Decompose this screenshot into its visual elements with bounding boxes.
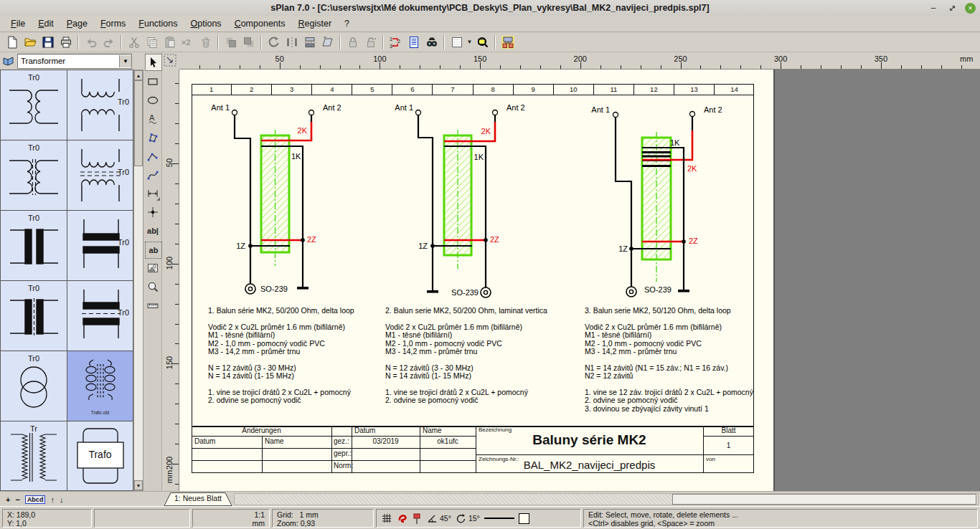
component-item-air-core-vertical[interactable]: Tr0 — [1, 70, 67, 140]
menu-help[interactable]: ? — [338, 17, 356, 30]
copy-button[interactable] — [143, 34, 161, 51]
horizontal-scrollbar[interactable] — [234, 493, 979, 505]
library-scrollbar[interactable]: ▲ ▼ — [133, 70, 143, 491]
search-button[interactable] — [423, 34, 440, 51]
save-button[interactable] — [39, 34, 57, 51]
sheet-tab-label: 1: Neues Blatt — [164, 494, 232, 502]
component-category-select[interactable]: Transformer ▼ — [17, 54, 132, 69]
node-point-tool[interactable] — [145, 204, 161, 220]
measure-tool[interactable] — [145, 297, 161, 313]
grid-button[interactable] — [448, 34, 466, 51]
rotate-icon — [268, 36, 281, 49]
polyline-tool[interactable] — [145, 148, 161, 164]
minimize-button[interactable]: – — [928, 2, 939, 14]
freehand-style-icon[interactable] — [397, 513, 408, 524]
special-text-tool[interactable]: A — [145, 111, 161, 127]
component-item-bars-vertical[interactable]: Tr0 — [1, 211, 67, 280]
balun2-description[interactable]: 2. Balun serie MK2, 50/200 Ohm, laminat … — [385, 307, 555, 414]
label-toggle-button[interactable]: Abcd — [25, 495, 46, 504]
close-button[interactable]: × — [965, 3, 976, 14]
drawing-page[interactable]: 1234567891011121314 — [179, 70, 775, 491]
sheet-tab[interactable]: 1: Neues Blatt — [164, 492, 232, 506]
parts-list-button[interactable] — [405, 34, 423, 51]
text-frame-tool[interactable]: ab — [145, 242, 162, 259]
rotate-button[interactable] — [265, 34, 283, 51]
print-button[interactable] — [57, 34, 75, 51]
canvas[interactable]: 1234567891011121314 — [179, 70, 980, 491]
ant1-label: Ant 1 — [383, 103, 413, 112]
renumber-button[interactable]: 123 — [387, 34, 405, 51]
to-front-button[interactable] — [222, 34, 240, 51]
new-button[interactable] — [3, 34, 21, 51]
scrollbar-thumb[interactable] — [134, 80, 143, 166]
ant2-label: Ant 2 — [704, 105, 722, 114]
balun1-description[interactable]: 1. Balun série MK2, 50/200 Ohm, delta lo… — [208, 307, 377, 414]
unlock-button[interactable] — [362, 34, 380, 51]
rotate-step-value[interactable]: 15° — [468, 514, 480, 523]
unlock-icon — [364, 36, 377, 49]
scroll-down-icon[interactable]: ▼ — [134, 480, 143, 490]
duplicate-button[interactable]: ×2 — [179, 34, 197, 51]
angle-value[interactable]: 45° — [440, 514, 451, 523]
component-item-bars-dashed-horizontal[interactable]: Tr0 — [67, 281, 133, 351]
sheet-column-number: 2 — [231, 84, 271, 95]
transfer-button[interactable] — [499, 34, 517, 51]
horizontal-scrollbar-thumb[interactable] — [672, 494, 976, 505]
svg-text:3: 3 — [390, 44, 392, 49]
image-tool[interactable] — [145, 260, 161, 276]
redo-button[interactable] — [100, 34, 118, 51]
grid-value: 1 mm — [300, 510, 319, 519]
component-item-trafo-old[interactable]: Trafo old — [67, 351, 133, 421]
menu-options[interactable]: Options — [184, 17, 228, 30]
move-down-button[interactable]: ↓ — [60, 495, 64, 504]
polygon-tool[interactable] — [145, 130, 161, 146]
grid-toggle-icon[interactable] — [381, 513, 392, 524]
open-button[interactable] — [21, 34, 39, 51]
component-item-core-vertical[interactable]: Tr0 — [1, 140, 67, 210]
to-back-button[interactable] — [240, 34, 258, 51]
ellipse-tool[interactable] — [145, 92, 161, 108]
component-item-air-core-horizontal[interactable]: Tr0 — [67, 70, 133, 140]
component-item-bars-horizontal[interactable]: Tr0 — [67, 211, 133, 280]
zoom-button[interactable] — [473, 34, 491, 51]
grid-dropdown-arrow[interactable]: ▼ — [466, 34, 473, 51]
zoom-in-library-button[interactable]: + — [6, 495, 10, 504]
flip-vertical-button[interactable] — [301, 34, 319, 51]
select-cursor-tool[interactable] — [145, 54, 162, 71]
menu-components[interactable]: Components — [228, 17, 292, 30]
scroll-up-icon[interactable]: ▲ — [134, 70, 143, 80]
zoom-out-library-button[interactable]: − — [15, 495, 19, 504]
component-item-trafo-box[interactable]: Trafo — [67, 421, 133, 491]
menu-edit[interactable]: Edit — [32, 17, 60, 30]
menu-functions[interactable]: Functions — [132, 17, 184, 30]
mirror-horizontal-button[interactable] — [283, 34, 301, 51]
menu-file[interactable]: File — [4, 17, 32, 30]
component-item-core-horizontal[interactable]: Tr0 — [67, 140, 133, 210]
combo-dropdown-icon[interactable]: ▼ — [119, 55, 131, 67]
undo-button[interactable] — [82, 34, 100, 51]
menu-register[interactable]: Register — [292, 17, 339, 30]
delete-button[interactable] — [197, 34, 215, 51]
paste-button[interactable] — [161, 34, 179, 51]
cut-button[interactable] — [125, 34, 143, 51]
zoom-lens-tool[interactable] — [145, 279, 161, 295]
status-empty-panel — [94, 509, 190, 528]
text-tool[interactable]: ab| — [145, 223, 161, 239]
component-item-dense-coil[interactable]: Tr — [1, 421, 67, 491]
menu-forms[interactable]: Forms — [94, 17, 132, 30]
balun3-description[interactable]: 3. Balun serie MK2, 50/120 Ohm, delta lo… — [585, 307, 755, 423]
move-up-button[interactable]: ↑ — [50, 495, 55, 504]
pin-icon[interactable] — [413, 513, 423, 525]
rectangle-tool[interactable] — [145, 74, 161, 90]
lock-button[interactable] — [344, 34, 362, 51]
skew-button[interactable] — [319, 34, 336, 51]
component-item-bars-dashed-vertical[interactable]: Tr0 — [1, 281, 67, 351]
component-item-toroid[interactable]: Tr0 — [1, 351, 67, 421]
dimension-tool[interactable] — [145, 186, 161, 201]
line-style-sample[interactable] — [484, 518, 514, 519]
ruler-corner[interactable] — [162, 52, 179, 70]
menu-page[interactable]: Page — [60, 17, 94, 30]
fill-style-sample[interactable] — [519, 513, 529, 524]
bezier-tool[interactable] — [145, 167, 161, 183]
restore-button[interactable] — [946, 2, 958, 14]
